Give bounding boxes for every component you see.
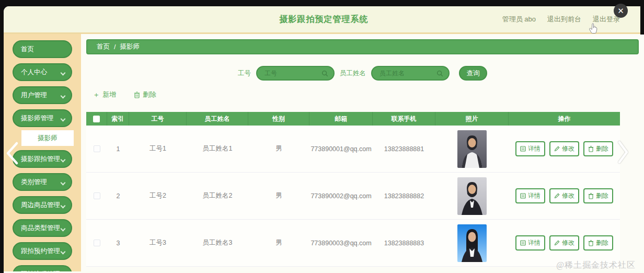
cell-employee-id: 工号1 (129, 126, 187, 172)
cell-email: 773890001@qq.com (309, 126, 373, 172)
chevron-down-icon (61, 157, 66, 163)
table-row: 3 工号3 员工姓名3 男 773890003@qq.com 138238888… (86, 220, 620, 267)
sidebar-item-product-type-management[interactable]: 商品类型管理 (13, 219, 72, 237)
cell-employee-name: 员工姓名2 (187, 173, 248, 219)
query-button[interactable]: 查询 (459, 66, 487, 81)
photographer-photo[interactable] (457, 224, 487, 262)
document-icon (520, 146, 526, 152)
carousel-next-icon[interactable] (617, 140, 629, 164)
current-user-label: 管理员 abo (502, 15, 536, 24)
sidebar-item-user-management[interactable]: 用户管理 (13, 86, 72, 104)
chevron-down-icon (61, 71, 66, 76)
trash-icon (588, 193, 594, 199)
pencil-icon (554, 193, 560, 199)
carousel-prev-icon[interactable] (4, 141, 20, 165)
table-toolbar: ＋ 新增 删除 (86, 90, 639, 99)
column-header-actions: 操作 (509, 112, 620, 126)
search-bar: 工号 员工姓名 查询 (86, 66, 639, 81)
chevron-down-icon (61, 203, 66, 209)
header-user-area: 管理员 abo 退出到前台 退出登录 (502, 6, 620, 32)
employee-name-input[interactable] (380, 70, 433, 77)
delete-row-button[interactable]: 删除 (583, 188, 613, 203)
sidebar-submenu-photographer[interactable]: 摄影师 (21, 130, 74, 146)
column-header-index: 索引 (107, 112, 129, 126)
sidebar-item-home[interactable]: 首页 (13, 40, 72, 58)
employee-name-field-wrap (371, 66, 450, 81)
document-icon (520, 240, 526, 246)
photographer-table: 索引 工号 员工姓名 性别 邮箱 联系手机 照片 操作 1 工号1 员工姓名1 … (86, 112, 620, 267)
sidebar-item-peripheral-product-management[interactable]: 周边商品管理 (13, 196, 72, 214)
plus-icon: ＋ (93, 91, 100, 98)
exit-to-front-link[interactable]: 退出到前台 (547, 15, 581, 24)
cell-phone: 13823888882 (373, 173, 435, 219)
table-row: 2 工号2 员工姓名2 男 773890002@qq.com 138238888… (86, 173, 620, 220)
employee-id-label: 工号 (238, 69, 251, 78)
cell-phone: 13823888881 (373, 126, 435, 172)
search-icon (321, 70, 328, 77)
chevron-down-icon (61, 180, 66, 186)
close-icon[interactable]: ✕ (614, 4, 628, 18)
column-header-employee-name: 员工姓名 (187, 112, 248, 126)
cell-gender: 男 (248, 220, 309, 266)
employee-name-label: 员工姓名 (340, 69, 366, 78)
employee-id-field-wrap (256, 66, 335, 81)
chevron-down-icon (61, 94, 66, 99)
sidebar-item-photographer-management[interactable]: 摄影师管理 (13, 109, 72, 127)
delete-row-button[interactable]: 删除 (583, 235, 613, 251)
chevron-down-icon (61, 226, 66, 232)
column-header-gender: 性别 (248, 112, 309, 126)
edit-button[interactable]: 修改 (549, 141, 579, 156)
delete-button[interactable]: 删除 (134, 90, 156, 99)
cell-email: 773890002@qq.com (309, 173, 373, 219)
cell-gender: 男 (248, 126, 309, 172)
row-checkbox[interactable] (94, 145, 100, 152)
delete-row-button[interactable]: 删除 (583, 141, 613, 156)
sidebar-item-category-management[interactable]: 类别管理 (13, 173, 72, 191)
app-window: 摄影跟拍预定管理系统 管理员 abo 退出到前台 退出登录 首页 个人中心 用户… (4, 6, 644, 273)
detail-button[interactable]: 详情 (515, 188, 545, 203)
cell-email: 773890003@qq.com (309, 220, 373, 266)
column-header-phone: 联系手机 (373, 112, 435, 126)
cell-employee-id: 工号2 (129, 173, 187, 219)
breadcrumb-separator: / (114, 43, 116, 51)
sidebar-item-photoshoot-management[interactable]: 摄影跟拍管理 (13, 150, 72, 168)
detail-button[interactable]: 详情 (515, 141, 545, 156)
cell-employee-name: 员工姓名3 (187, 220, 248, 266)
cell-index: 1 (107, 126, 129, 172)
trash-icon (134, 92, 140, 98)
cell-employee-name: 员工姓名1 (187, 126, 248, 172)
sidebar-item-shoot-process-management[interactable]: 跟拍流程管理 (13, 265, 72, 271)
employee-id-input[interactable] (264, 70, 318, 77)
column-header-employee-id: 工号 (129, 112, 187, 126)
cell-gender: 男 (248, 173, 309, 219)
row-checkbox[interactable] (94, 240, 100, 246)
search-icon (436, 70, 443, 77)
breadcrumb-home[interactable]: 首页 (97, 42, 110, 51)
document-icon (520, 193, 526, 199)
row-checkbox[interactable] (94, 192, 100, 199)
trash-icon (588, 146, 594, 152)
cell-index: 2 (107, 173, 129, 219)
edit-button[interactable]: 修改 (549, 235, 579, 251)
select-all-cell (86, 112, 107, 126)
cell-phone: 13823888883 (373, 220, 435, 266)
add-button[interactable]: ＋ 新增 (93, 90, 116, 99)
app-header: 摄影跟拍预定管理系统 管理员 abo 退出到前台 退出登录 (4, 6, 644, 34)
sidebar-item-personal-center[interactable]: 个人中心 (13, 63, 72, 81)
pencil-icon (554, 240, 560, 246)
cell-index: 3 (107, 220, 129, 266)
table-row: 1 工号1 员工姓名1 男 773890001@qq.com 138238888… (86, 126, 620, 173)
table-header-row: 索引 工号 员工姓名 性别 邮箱 联系手机 照片 操作 (86, 112, 620, 126)
chevron-down-icon (61, 249, 66, 255)
detail-button[interactable]: 详情 (515, 235, 545, 251)
photographer-photo[interactable] (457, 130, 487, 168)
sidebar-item-shoot-booking-management[interactable]: 跟拍预约管理 (13, 242, 72, 260)
photographer-photo[interactable] (457, 177, 487, 215)
breadcrumb-current: 摄影师 (120, 42, 140, 51)
select-all-checkbox[interactable] (93, 116, 100, 122)
chevron-down-icon (61, 117, 66, 122)
trash-icon (588, 240, 594, 246)
edit-button[interactable]: 修改 (549, 188, 579, 203)
main-content: 首页 / 摄影师 工号 员工姓名 (81, 34, 644, 271)
watermark: @稀土掘金技术社区 (556, 260, 636, 271)
